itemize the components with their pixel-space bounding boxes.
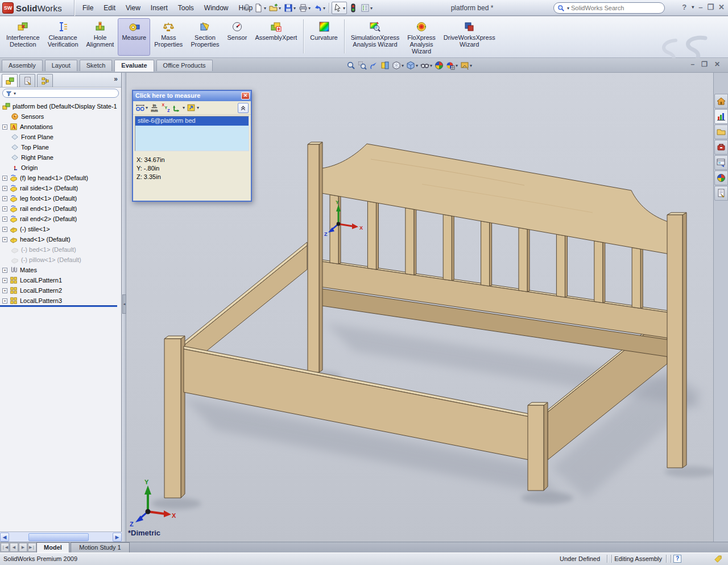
menu-tools[interactable]: Tools (173, 2, 199, 14)
expand-icon[interactable]: + (2, 124, 7, 130)
pin-button[interactable] (241, 2, 253, 14)
expand-icon[interactable]: + (2, 186, 7, 191)
tree-item-front-plane[interactable]: Front Plane (0, 132, 121, 142)
menu-file[interactable]: File (77, 2, 98, 14)
rollback-bar[interactable] (0, 305, 117, 307)
search-caret-icon[interactable]: ▾ (567, 6, 569, 11)
menu-edit[interactable]: Edit (98, 2, 121, 14)
dropdown-caret-icon[interactable]: ▾ (456, 63, 458, 68)
expand-icon[interactable]: + (2, 196, 7, 201)
dropdown-caret-icon[interactable]: ▾ (343, 6, 345, 11)
tab-sketch[interactable]: Sketch (80, 60, 113, 71)
dropdown-caret-icon[interactable]: ▾ (264, 6, 266, 11)
measure-close-button[interactable]: ✕ (241, 92, 250, 99)
task-pane-folder-button[interactable] (714, 124, 728, 139)
dropdown-caret-icon[interactable]: ▾ (323, 6, 325, 11)
new-button[interactable]: ▾ (253, 2, 267, 14)
measure-selection-list[interactable]: stile-6@platform bed (135, 116, 249, 151)
simulationxpress-analysis-wizard-button[interactable]: SimulationXpressAnalysis Wizard (347, 18, 404, 56)
doc-restore-button[interactable]: ❐ (701, 60, 708, 68)
dropdown-caret-icon[interactable]: ▾ (197, 105, 199, 110)
dropdown-caret-icon[interactable]: ▾ (308, 6, 311, 11)
floxpress-analysis-wizard-button[interactable]: FloXpressAnalysisWizard (403, 18, 440, 56)
minimize-button[interactable]: – (698, 3, 702, 11)
measure-collapse-button[interactable] (238, 103, 249, 113)
tab-office-products[interactable]: Office Products (156, 60, 213, 71)
measure-caliper-button[interactable]: ▾ (135, 103, 148, 113)
tree-hscrollbar[interactable]: ◀ ▶ (0, 531, 122, 542)
hole-alignment-button[interactable]: HoleAlignment (82, 18, 118, 56)
dropdown-caret-icon[interactable]: ▾ (402, 63, 404, 68)
zoomfit-button[interactable] (346, 60, 356, 70)
measure-xyz-button[interactable]: XYZ (161, 103, 171, 113)
restore-button[interactable]: ❐ (707, 3, 714, 11)
help-caret-icon[interactable]: ▾ (692, 5, 694, 10)
dropdown-caret-icon[interactable]: ▾ (370, 6, 373, 11)
dropdown-caret-icon[interactable]: ▾ (146, 105, 148, 110)
scroll-right-icon[interactable]: ▶ (113, 533, 122, 542)
next-tab-icon[interactable]: ▶ (19, 543, 27, 552)
tab-layout[interactable]: Layout (45, 60, 77, 71)
doc-tab-motion-study-1[interactable]: Motion Study 1 (71, 542, 130, 552)
interference-detection-button[interactable]: InterferenceDetection (2, 18, 44, 56)
dropdown-caret-icon[interactable]: ▾ (183, 105, 185, 110)
mass-properties-button[interactable]: MassProperties (150, 18, 187, 56)
tree-item-origin[interactable]: Origin (0, 163, 121, 173)
dropdown-caret-icon[interactable]: ▾ (416, 63, 418, 68)
options-button[interactable]: ▾ (359, 2, 374, 14)
doc-close-button[interactable]: ✕ (714, 60, 720, 68)
tree-item-right-plane[interactable]: Right Plane (0, 152, 121, 163)
help-button[interactable]: ? (682, 3, 686, 11)
tab-evaluate[interactable]: Evaluate (114, 60, 154, 72)
tree-filter-input[interactable]: ▾ (2, 89, 119, 98)
tab-configuration-manager[interactable] (37, 74, 53, 87)
select-button[interactable]: ▾ (332, 2, 347, 14)
tree-item-top-plane[interactable]: Top Plane (0, 142, 121, 152)
orient-button[interactable]: ▾ (391, 60, 404, 70)
measure-dialog-titlebar[interactable]: Click here to measure (133, 91, 251, 101)
prevview-button[interactable] (369, 60, 379, 70)
expand-icon[interactable]: + (2, 227, 7, 232)
task-pane-library-button[interactable] (714, 109, 728, 124)
tab-property-manager[interactable] (19, 74, 35, 87)
task-pane-ball-button[interactable] (714, 171, 728, 185)
tab-assembly[interactable]: Assembly (2, 60, 43, 71)
print-button[interactable]: ▾ (297, 2, 312, 14)
doc-minimize-button[interactable]: – (690, 60, 694, 68)
dropdown-caret-icon[interactable]: ▾ (430, 63, 432, 68)
tree-item-rail-end-2-default[interactable]: +rail end<2> (Default) (0, 214, 121, 224)
clearance-verification-button[interactable]: ClearanceVerification (44, 18, 82, 56)
curvature-button[interactable]: Curvature (306, 18, 341, 56)
task-pane-toolbox-button[interactable] (714, 140, 728, 155)
tree-item-rail-side-1-default[interactable]: +rail side<1> (Default) (0, 183, 121, 193)
expand-icon[interactable]: + (2, 268, 7, 273)
tree-item-stile-1[interactable]: +(-) stile<1> (0, 224, 121, 234)
sceneball-button[interactable] (434, 60, 444, 70)
tree-item-bed-1-default[interactable]: (-) bed<1> (Default) (0, 244, 121, 255)
expand-icon[interactable]: + (2, 217, 7, 222)
assemblyxpert-button[interactable]: AssemblyXpert (251, 18, 301, 56)
dropdown-caret-icon[interactable]: ▾ (279, 6, 281, 11)
expand-icon[interactable]: + (2, 298, 7, 304)
doc-tab-model[interactable]: Model (36, 542, 69, 552)
tree-item-annotations[interactable]: +AAnnotations (0, 122, 121, 132)
splitter-collapse-handle[interactable]: ◂ (122, 294, 126, 314)
quick-tips-button[interactable]: ? (673, 555, 681, 563)
tree-item-locallpattern3[interactable]: +LocalLPattern3 (0, 296, 121, 306)
menu-window[interactable]: Window (199, 2, 234, 14)
menu-insert[interactable]: Insert (146, 2, 173, 14)
menu-view[interactable]: View (121, 2, 146, 14)
close-button[interactable]: ✕ (718, 3, 725, 11)
rebuild-button[interactable] (348, 2, 359, 14)
tree-item-locallpattern2[interactable]: +LocalLPattern2 (0, 285, 121, 296)
tree-item-leg-foot-1-default[interactable]: +leg foot<1> (Default) (0, 193, 121, 203)
zoomarea-button[interactable] (357, 60, 367, 70)
search-box[interactable]: ▾ (553, 2, 665, 14)
task-pane-props-button[interactable] (714, 186, 728, 201)
tree-item-pillow-1-default[interactable]: (-) pillow<1> (Default) (0, 255, 121, 265)
tree-item-platform-bed-default-display-state-1[interactable]: platform bed (Default<Display State-1 (0, 101, 121, 111)
measure-button[interactable]: Measure (118, 18, 150, 56)
sensor-button[interactable]: Sensor (224, 18, 251, 56)
task-pane-palette-button[interactable] (714, 155, 728, 170)
search-input[interactable] (571, 5, 661, 11)
